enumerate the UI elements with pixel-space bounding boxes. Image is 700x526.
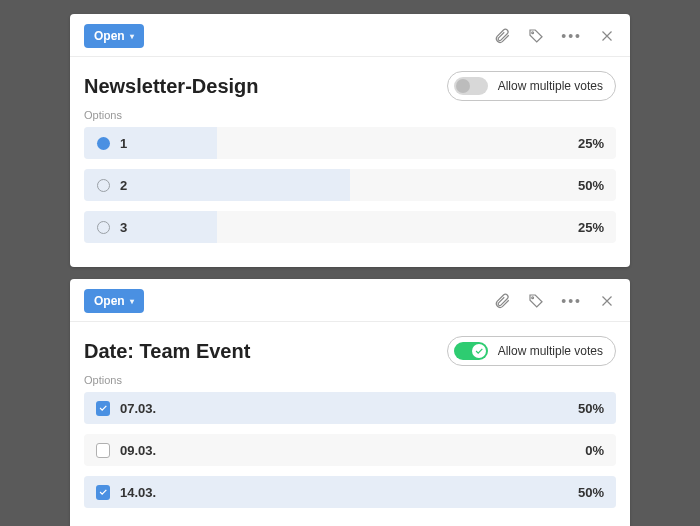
svg-point-0 <box>532 32 534 34</box>
chevron-down-icon: ▾ <box>130 32 134 41</box>
checkbox-checked-icon[interactable] <box>96 401 110 415</box>
allow-multiple-toggle[interactable]: Allow multiple votes <box>447 71 616 101</box>
option-percentage: 50% <box>578 401 604 416</box>
poll-card: Open ▾ ••• Date: Team Event Allow m <box>70 279 630 526</box>
option-percentage: 25% <box>578 220 604 235</box>
option-percentage: 0% <box>585 443 604 458</box>
radio-filled-icon[interactable] <box>96 136 110 150</box>
option-percentage: 50% <box>578 178 604 193</box>
card-header: Open ▾ ••• <box>70 14 630 56</box>
option-label: 14.03. <box>120 485 156 500</box>
status-label: Open <box>94 294 125 308</box>
status-label: Open <box>94 29 125 43</box>
paperclip-icon[interactable] <box>493 27 511 45</box>
card-body: Date: Team Event Allow multiple votes Op… <box>70 322 630 522</box>
more-icon[interactable]: ••• <box>561 294 582 308</box>
card-body: Newsletter-Design Allow multiple votes O… <box>70 57 630 257</box>
option-label: 3 <box>120 220 127 235</box>
toggle-label: Allow multiple votes <box>498 344 603 358</box>
status-open-button[interactable]: Open ▾ <box>84 24 144 48</box>
poll-card: Open ▾ ••• Newsletter-Design Allow <box>70 14 630 267</box>
radio-empty-icon[interactable] <box>96 220 110 234</box>
checkbox-empty-icon[interactable] <box>96 443 110 457</box>
poll-title: Date: Team Event <box>84 340 427 363</box>
close-icon[interactable] <box>598 292 616 310</box>
allow-multiple-toggle[interactable]: Allow multiple votes <box>447 336 616 366</box>
option-label: 2 <box>120 178 127 193</box>
option-label: 09.03. <box>120 443 156 458</box>
option-percentage: 50% <box>578 485 604 500</box>
toggle-switch-icon <box>454 77 488 95</box>
option-row[interactable]: 1 25% <box>84 127 616 159</box>
tag-icon[interactable] <box>527 27 545 45</box>
title-row: Date: Team Event Allow multiple votes <box>84 336 616 366</box>
status-open-button[interactable]: Open ▾ <box>84 289 144 313</box>
option-percentage: 25% <box>578 136 604 151</box>
checkbox-checked-icon[interactable] <box>96 485 110 499</box>
option-row[interactable]: 09.03. 0% <box>84 434 616 466</box>
paperclip-icon[interactable] <box>493 292 511 310</box>
option-row[interactable]: 3 25% <box>84 211 616 243</box>
option-label: 1 <box>120 136 127 151</box>
chevron-down-icon: ▾ <box>130 297 134 306</box>
toggle-switch-icon <box>454 342 488 360</box>
header-icons: ••• <box>493 27 616 45</box>
more-icon[interactable]: ••• <box>561 29 582 43</box>
tag-icon[interactable] <box>527 292 545 310</box>
toggle-label: Allow multiple votes <box>498 79 603 93</box>
option-row[interactable]: 07.03. 50% <box>84 392 616 424</box>
option-label: 07.03. <box>120 401 156 416</box>
option-row[interactable]: 2 50% <box>84 169 616 201</box>
card-header: Open ▾ ••• <box>70 279 630 321</box>
svg-point-1 <box>532 297 534 299</box>
poll-title: Newsletter-Design <box>84 75 427 98</box>
close-icon[interactable] <box>598 27 616 45</box>
option-row[interactable]: 14.03. 50% <box>84 476 616 508</box>
header-icons: ••• <box>493 292 616 310</box>
options-heading: Options <box>84 109 616 121</box>
title-row: Newsletter-Design Allow multiple votes <box>84 71 616 101</box>
options-heading: Options <box>84 374 616 386</box>
radio-empty-icon[interactable] <box>96 178 110 192</box>
